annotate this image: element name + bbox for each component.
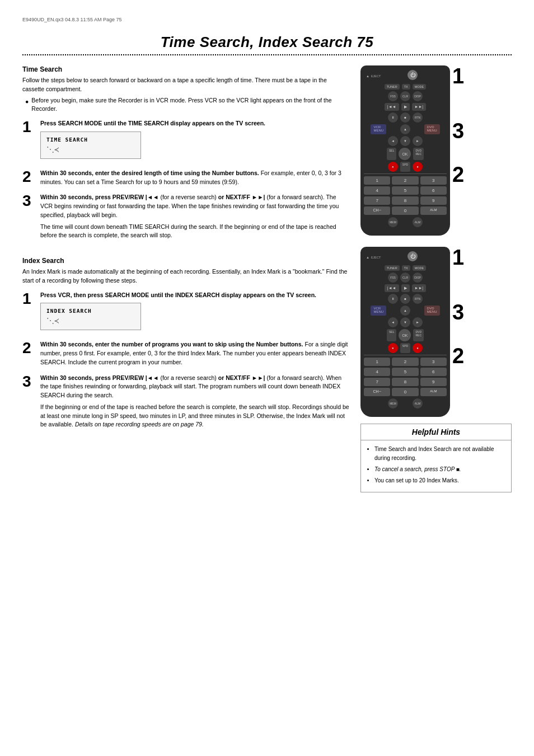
num-b-5[interactable]: 5 (392, 368, 418, 376)
step-3-content: Within 30 seconds, press PREV/REW |◄◄ (f… (40, 193, 349, 240)
num-alarm[interactable]: ALM (420, 206, 447, 215)
vcr-menu-button-b[interactable]: VCRMENU (371, 306, 386, 316)
dvd-rec-button[interactable]: DVDREC (413, 148, 424, 160)
index-step-1-content: Press VCR, then press SEARCH MODE until … (40, 291, 349, 334)
num-0[interactable]: 0 (392, 206, 418, 215)
left-button[interactable]: ◄ (388, 136, 398, 146)
numpad: 1 2 3 4 5 6 7 8 9 CH− 0 ALM (364, 176, 447, 215)
vcr-rec-button[interactable]: ● (388, 162, 398, 172)
num-b-ch-minus[interactable]: CH− (364, 388, 390, 396)
select-button-b[interactable]: SEL (387, 329, 396, 341)
num-b-9[interactable]: 9 (420, 378, 447, 386)
num-b-6[interactable]: 6 (420, 368, 447, 376)
mode-button[interactable]: MODE (413, 84, 427, 90)
index-search-step-3: 3 Within 30 seconds, press PREV/REW |◄◄ … (22, 374, 349, 430)
up-button[interactable]: ▲ (400, 124, 410, 134)
down-button-b[interactable]: ▼ (400, 317, 410, 327)
vcr-rec-button-b[interactable]: ● (388, 343, 398, 353)
num-b-3[interactable]: 3 (420, 358, 447, 366)
time-search-title: Time Search (22, 65, 349, 73)
clear-button[interactable]: CLR (400, 91, 410, 101)
fss-button-b[interactable]: FSS (388, 273, 398, 283)
index-search-step-2: 2 Within 30 seconds, enter the number of… (22, 340, 349, 367)
index-step-number-1: 1 (22, 291, 35, 307)
next-ff-button-b[interactable]: ►►| (412, 284, 427, 292)
arrow-row-b: ◄ ▼ ► (364, 317, 447, 327)
num-7[interactable]: 7 (364, 196, 390, 205)
standby-button-b[interactable]: ⏻ (407, 251, 418, 261)
alarm-button[interactable]: ALM (413, 217, 423, 227)
time-search-step-2: 2 Within 30 seconds, enter the desired l… (22, 169, 349, 187)
num-b-7[interactable]: 7 (364, 378, 390, 386)
tuner-button-b[interactable]: TUNER (385, 265, 400, 271)
remote-top: ▲ EJECT ⏻ TUNER TX MODE (360, 65, 450, 236)
right-button-b[interactable]: ► (413, 317, 423, 327)
pause-button-b[interactable]: ⏸ (388, 294, 398, 304)
up-button-b[interactable]: ▲ (400, 306, 410, 316)
return-button[interactable]: RTN (413, 112, 423, 123)
standby-button[interactable]: ⏻ (407, 70, 418, 80)
page-title: Time Search, Index Search 75 (22, 34, 512, 51)
num-b-alarm[interactable]: ALM (420, 388, 447, 396)
index-step-2-content: Within 30 seconds, enter the number of p… (40, 340, 349, 367)
speed-button-b[interactable]: SPD (400, 343, 410, 353)
num-4[interactable]: 4 (364, 186, 390, 195)
num-b-1[interactable]: 1 (364, 358, 390, 366)
speed-button[interactable]: SPD (400, 162, 410, 172)
memory-button[interactable]: MEM (388, 217, 398, 227)
display-button[interactable]: DISP (413, 91, 423, 101)
fss-button[interactable]: FSS (388, 91, 398, 101)
bottom-row: MEM ALM (364, 217, 447, 227)
num-9[interactable]: 9 (420, 196, 447, 205)
num-6[interactable]: 6 (420, 186, 447, 195)
return-button-b[interactable]: RTN (413, 294, 423, 304)
num-b-4[interactable]: 4 (364, 368, 390, 376)
prev-rew-button-b[interactable]: |◄◄ (385, 284, 399, 292)
left-button-b[interactable]: ◄ (388, 317, 398, 327)
ok-button[interactable]: OK (399, 148, 411, 160)
num-b-0[interactable]: 0 (392, 388, 418, 396)
index-search-title: Index Search (22, 257, 349, 265)
dvd-rec-button-b[interactable]: DVDREC (413, 329, 424, 341)
clear-button-b[interactable]: CLR (400, 273, 410, 283)
step-number-3: 3 (22, 193, 35, 209)
num-2[interactable]: 2 (392, 176, 418, 185)
eject-icon: ▲ (366, 74, 369, 78)
time-search-step-3: 3 Within 30 seconds, press PREV/REW |◄◄ … (22, 193, 349, 240)
memory-button-b[interactable]: MEM (388, 398, 398, 408)
tuner-button[interactable]: TUNER (385, 84, 400, 90)
num-b-8[interactable]: 8 (392, 378, 418, 386)
up-btn-area: ▲ (400, 124, 410, 134)
num-5[interactable]: 5 (392, 186, 418, 195)
tx-button-b[interactable]: TX (402, 265, 410, 271)
next-ff-button[interactable]: ►►| (412, 103, 427, 111)
mode-button-b[interactable]: MODE (413, 265, 427, 271)
num-b-2[interactable]: 2 (392, 358, 418, 366)
right-button[interactable]: ► (413, 136, 423, 146)
stop-button[interactable]: ■ (400, 112, 410, 123)
helpful-hints-title: Helpful Hints (361, 424, 511, 440)
dvd-menu-button[interactable]: DVDMENU (424, 124, 440, 134)
num-3[interactable]: 3 (420, 176, 447, 185)
dvd-menu-button-b[interactable]: DVDMENU (424, 306, 440, 316)
stop-button-b[interactable]: ■ (400, 294, 410, 304)
time-search-bullet: ● Before you begin, make sure the Record… (25, 96, 349, 114)
tx-button[interactable]: TX (402, 84, 410, 90)
prev-rew-button[interactable]: |◄◄ (385, 103, 399, 111)
play-button[interactable]: ▶ (401, 103, 410, 111)
ok-button-b[interactable]: OK (399, 329, 411, 341)
rec-mode-button[interactable]: ● (413, 162, 423, 172)
rec-mode-button-b[interactable]: ● (413, 343, 423, 353)
pause-button[interactable]: ⏸ (388, 112, 398, 123)
alarm-button-b[interactable]: ALM (413, 398, 423, 408)
display-button-b[interactable]: DISP (413, 273, 423, 283)
right-column: ▲ EJECT ⏻ TUNER TX MODE (360, 65, 512, 503)
num-8[interactable]: 8 (392, 196, 418, 205)
play-button-b[interactable]: ▶ (401, 284, 410, 292)
vcr-menu-button[interactable]: VCRMENU (371, 124, 386, 134)
num-ch-minus[interactable]: CH− (364, 206, 390, 215)
num-1[interactable]: 1 (364, 176, 390, 185)
time-search-intro: Follow the steps below to search forward… (22, 76, 349, 94)
down-button[interactable]: ▼ (400, 136, 410, 146)
select-button[interactable]: SEL (387, 148, 396, 160)
